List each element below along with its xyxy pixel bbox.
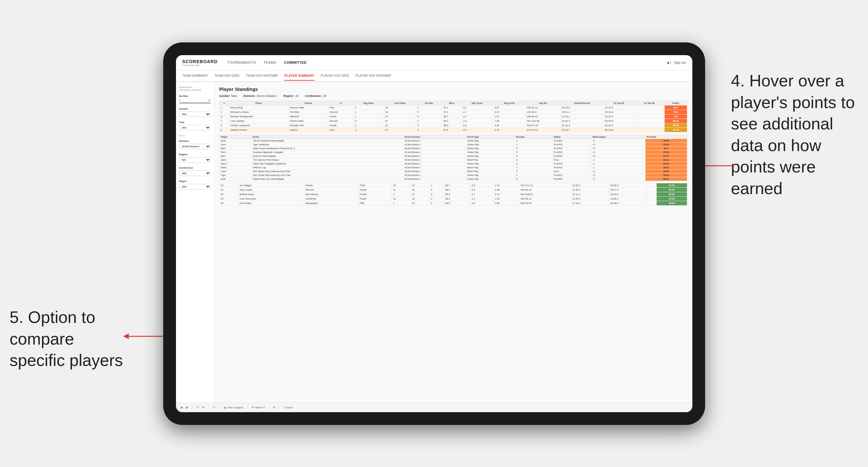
nav-tournaments[interactable]: TOURNAMENTS bbox=[227, 59, 256, 66]
eye-icon: 👁 bbox=[251, 406, 254, 409]
nav-items: TOURNAMENTS TEAMS COMMITTEE bbox=[227, 59, 667, 66]
event-row: Luke I SEC Match Play hosted by Jerry Pa… bbox=[219, 169, 687, 173]
tab-team-summary[interactable]: TEAM SUMMARY bbox=[182, 71, 209, 81]
table-row: 26 Petr Hruby Washington Fifth 1 23 0 68… bbox=[219, 201, 687, 205]
conference-select[interactable]: (All) bbox=[179, 170, 211, 176]
refresh-button[interactable]: ↺ bbox=[196, 406, 198, 409]
back-button[interactable]: ◀ bbox=[180, 406, 182, 409]
col-school: School bbox=[288, 101, 328, 105]
division-select[interactable]: NCAA Division I bbox=[179, 144, 211, 149]
wpoints-cell[interactable]: 37.57 bbox=[645, 154, 687, 158]
sidebar-division: Division NCAA Division I bbox=[179, 139, 211, 149]
chevron-down-icon: ▾ bbox=[263, 406, 265, 409]
tab-player-h2h-heatmap[interactable]: PLAYER H2H HEATMAP bbox=[355, 71, 391, 81]
player-select[interactable]: (All) bbox=[179, 184, 211, 189]
wpoints-cell[interactable]: 66.40 bbox=[645, 177, 687, 181]
wpoints-cell[interactable]: 73.23 bbox=[645, 150, 687, 154]
view-original-button[interactable]: ▤ View: Original bbox=[224, 406, 243, 409]
wpoints-cell[interactable]: 16.50 bbox=[645, 162, 687, 165]
year-select[interactable]: (All) bbox=[179, 125, 211, 130]
col-adj-score: Adj. Score bbox=[461, 101, 493, 105]
watch-button[interactable]: 👁 Watch ▾ bbox=[251, 406, 264, 409]
points-cell-highlighted[interactable]: 58.18 bbox=[664, 127, 687, 132]
event-row: Alex C Fallen Oak Collegiate Invitationa… bbox=[219, 162, 687, 165]
event-col-type: Event Type bbox=[466, 135, 515, 139]
standings-table-bottom: 22 Ian Gilligan Florida Third 10 24 1 68… bbox=[219, 183, 687, 206]
points-cell[interactable]: 60.27 bbox=[657, 187, 687, 192]
table-row: 5 Christo Lamprecht Georgia Tech Fourth … bbox=[219, 123, 687, 127]
sidebar-no-rds: No Rds. 4 52 bbox=[179, 95, 211, 103]
tab-team-h2h-grid[interactable]: TEAM H2H GRID bbox=[215, 71, 239, 81]
download-button[interactable]: ⬇ bbox=[273, 406, 275, 409]
points-cell[interactable]: 88.2 bbox=[664, 105, 687, 110]
sub-nav: TEAM SUMMARY TEAM H2H GRID TEAM H2H HEAT… bbox=[176, 70, 692, 82]
event-row: Bren Wake Forest Invitational at Pinehur… bbox=[219, 146, 687, 150]
separator4: | bbox=[247, 406, 248, 409]
copy-button[interactable]: ⧉ bbox=[203, 406, 204, 409]
wpoints-cell[interactable]: 25.38 bbox=[645, 169, 687, 173]
event-col-status: Status bbox=[552, 135, 591, 139]
annotation-left-text: 5. Option to compare specific players bbox=[9, 308, 123, 370]
sidebar-gender: Gender Men bbox=[179, 107, 211, 117]
player-content: Player Standings Gender: Men Division: N… bbox=[214, 82, 692, 403]
sign-out-button[interactable]: Sign out bbox=[674, 61, 686, 64]
points-cell[interactable]: 76.2 bbox=[664, 110, 687, 114]
sidebar-region: Region N/A bbox=[179, 153, 211, 162]
logo-sub: Powered by clippi bbox=[182, 64, 218, 66]
update-time: Update time: 27/01/2024 16:56:26 bbox=[179, 86, 211, 92]
table-row: 2 Michael La Sasso Ole Miss Second 1 18 … bbox=[219, 110, 687, 114]
forward-button[interactable]: ▶ bbox=[186, 406, 188, 409]
points-cell[interactable]: 40.58 bbox=[657, 183, 687, 187]
table-row: 3 Michael Thorbjornsen Stanford Fourth 1… bbox=[219, 114, 687, 119]
tab-player-summary[interactable]: PLAYER SUMMARY bbox=[284, 71, 314, 81]
region-select[interactable]: N/A bbox=[179, 157, 211, 162]
wpoints-cell[interactable]: 40.7 bbox=[645, 146, 687, 150]
col-wins: Wins bbox=[442, 101, 461, 105]
event-col-event: Event bbox=[251, 135, 403, 139]
annotation-right-text: 4. Hover over a player's points to see a… bbox=[731, 71, 855, 198]
event-col-rounds: Rounds bbox=[515, 135, 552, 139]
wpoints-cell[interactable]: 56.18 bbox=[645, 173, 687, 177]
tab-team-h2h-heatmap[interactable]: TEAM H2H HEATMAP bbox=[246, 71, 278, 81]
tab-player-h2h-grid[interactable]: PLAYER H2H GRID bbox=[321, 71, 349, 81]
table-row: 1 Wenyi Ding Arizona State First 1 15 1 … bbox=[219, 105, 687, 110]
wpoints-cell[interactable]: 53.60 bbox=[645, 143, 687, 146]
points-cell[interactable]: 60.89 bbox=[664, 123, 687, 127]
col-avg-sg: Avg SG bbox=[526, 101, 560, 105]
event-row: Pitch Southern Highlands Collegiate NCAA… bbox=[219, 150, 687, 154]
niche-label: Niche bbox=[179, 134, 211, 137]
share-button[interactable]: ⤴ Share bbox=[284, 406, 292, 409]
wpoints-cell[interactable]: 40.64 bbox=[645, 139, 687, 143]
points-cell[interactable]: 60.02 bbox=[657, 192, 687, 196]
points-cell[interactable]: 68.54 bbox=[664, 119, 687, 123]
sidebar-player: Player (All) bbox=[179, 180, 211, 189]
nav-teams[interactable]: TEAMS bbox=[264, 59, 276, 66]
tablet-device: SCOREBOARD Powered by clippi TOURNAMENTS… bbox=[163, 42, 705, 425]
table-row: 24 Bastien Amat New Mexico Fourth 1 27 2… bbox=[219, 192, 687, 196]
col-rank: # bbox=[219, 101, 229, 105]
view-icon: ▤ bbox=[224, 406, 226, 409]
points-cell[interactable]: 39.95 bbox=[657, 196, 687, 201]
logo-area: SCOREBOARD Powered by clippi bbox=[182, 59, 218, 66]
event-row: Jake I The Cypress Point Classic NCAA Di… bbox=[219, 158, 687, 162]
col-player: Player bbox=[229, 101, 288, 105]
table-row: 22 Ian Gilligan Florida Third 10 24 1 68… bbox=[219, 183, 687, 187]
event-col-player: Player bbox=[219, 135, 251, 139]
nav-committee[interactable]: COMMITTEE bbox=[284, 59, 307, 66]
wpoints-cell[interactable]: 30.47 bbox=[645, 165, 687, 169]
points-cell[interactable]: 70.2 bbox=[664, 114, 687, 119]
separator6: | bbox=[279, 406, 280, 409]
event-row: Gord Tiger Invitational NCAA Division I … bbox=[219, 143, 687, 146]
main-content: Update time: 27/01/2024 16:56:26 No Rds.… bbox=[176, 82, 692, 403]
col-conf-rank: Conf Rank bbox=[384, 101, 416, 105]
filter-row: Gender: Men Division: NCAA Division I Re… bbox=[219, 94, 687, 97]
points-cell[interactable]: 38.49 bbox=[657, 201, 687, 205]
event-row: David Williams Cup NCAA Division I Match… bbox=[219, 165, 687, 169]
wpoints-cell[interactable]: 24.11 bbox=[645, 158, 687, 162]
event-col-division: Event Division bbox=[403, 135, 466, 139]
annotation-right: 4. Hover over a player's points to see a… bbox=[731, 70, 859, 199]
gender-select[interactable]: Men bbox=[179, 112, 211, 117]
page-title: Player Standings bbox=[219, 86, 687, 92]
col-points: Points bbox=[664, 101, 687, 105]
nav-back-icon: ◀ | bbox=[666, 61, 671, 64]
